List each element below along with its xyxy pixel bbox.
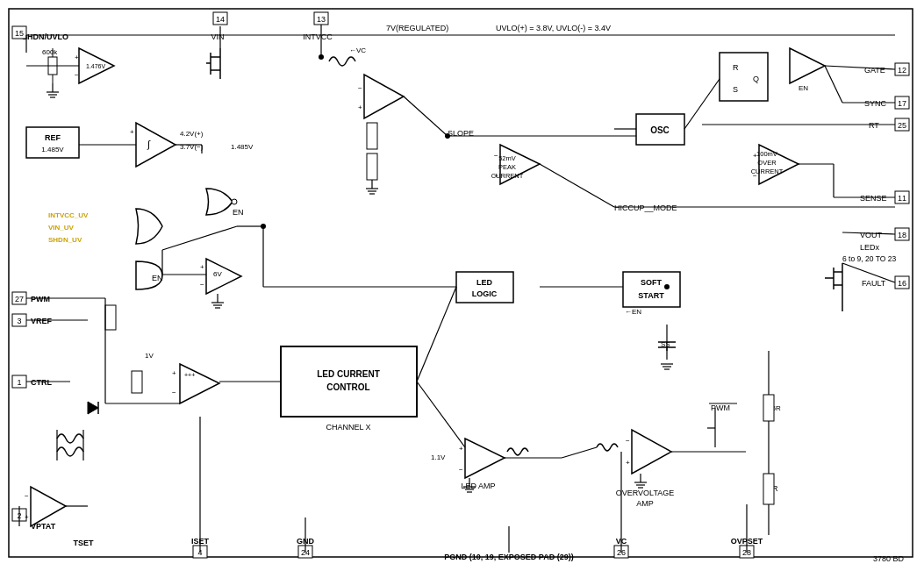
channel-x-label: CHANNEL X [326,423,370,432]
en-ss-label: ←EN [625,308,641,316]
comp-ct-plus: + [358,103,362,111]
svg-line-46 [417,382,465,447]
vc-label-top: ←VC [349,46,366,54]
r600k-label: 600k [42,48,58,56]
cc-hash: +++ [184,372,195,378]
v42-label: 4.2V(+) [180,130,204,138]
vref-res [105,305,116,330]
junction1 [261,224,266,229]
pgnd-label: PGND (10, 19, EXPOSED PAD (29)) [444,553,573,561]
s-label: S [733,85,738,94]
output-amp [790,48,825,83]
nor-bubble [232,199,237,204]
pin-18: 18 [898,231,906,239]
buf-plus: + [200,263,204,271]
led-cc-label2: CONTROL [326,382,369,392]
ledx-pins-label: 6 to 9, 20 TO 23 [842,254,896,263]
v1-1v-label: 1.1V [431,453,446,461]
svg-line-108 [162,226,237,250]
pin-15: 15 [15,29,24,38]
v1476-label: 1.476V [86,63,106,69]
ctrl-res [132,371,142,393]
current2-label: CURRENT [751,168,784,175]
comp-center-top [364,75,404,118]
pin-25: 25 [898,121,906,130]
res-center1 [367,123,377,149]
pin-1: 1 [17,378,21,387]
ledx-label: LEDx [860,243,880,252]
pin-27: 27 [15,295,24,303]
ovv-amp-label2: AMP [636,499,654,508]
r-bottom-symbol [763,474,774,504]
rt-label: RT [869,121,879,130]
52mv-label: 52mV [498,154,516,162]
vout-label: VOUT [860,231,883,239]
res-center2 [367,153,377,180]
v37-label: 3.7V(−) [180,143,204,151]
junction3 [319,54,324,60]
int-plus: + [130,128,134,136]
vp-plus: + [25,513,29,521]
regulated-label: 7V(REGULATED) [386,24,448,32]
gate-label: GATE [864,66,885,75]
pin-11: 11 [898,194,906,203]
intv-cc-uv-label: INTVCC_UV [48,211,89,219]
comp-minus: − [75,71,79,79]
over-label: OVER [757,159,777,167]
cc-minus: − [172,389,176,396]
r-label: R [733,63,739,72]
vp-minus: − [25,492,29,500]
buf-minus: − [200,281,204,289]
part-number: 3780 BD [873,554,905,563]
la-minus: − [459,466,463,474]
svg-line-34 [825,66,842,103]
pin-13: 13 [317,15,326,24]
vin-uv-label: VIN_UV [48,224,75,232]
intv-cc-label: INTVCC [303,32,333,41]
v1v-label: 1V [145,352,154,360]
junction4 [664,284,670,289]
comp-ct-minus: − [358,84,362,92]
vin-area [213,39,235,83]
junction2 [445,133,450,139]
ovv-amp-label1: OVERVOLTAGE [616,489,675,497]
tset-label: TSET [73,539,94,547]
en-label-1: EN [233,208,244,217]
inductor1 [329,57,355,66]
ctrl-diode [88,402,98,414]
en-gate-label: EN [799,84,808,92]
en-label-2: EN [152,274,163,282]
q-label: Q [753,75,759,83]
sense-label: SENSE [860,194,887,203]
pin-16: 16 [898,279,906,288]
100mv-label: 100mV [756,150,777,158]
current-label: CURRENT [491,172,524,180]
svg-line-45 [417,287,456,382]
osc-label: OSC [650,125,670,135]
svg-line-49 [540,164,614,207]
vptat-comp [31,487,66,526]
v1485-label: 1.485V [231,143,254,151]
soft-start-block [623,272,680,307]
soft-start-label1: SOFT [641,278,663,287]
led-logic-label2: LOGIC [472,289,498,298]
ref-voltage: 1.485V [41,146,64,153]
ref-label: REF [45,133,61,142]
or-gate [136,209,162,244]
la-plus: + [459,445,463,453]
svg-line-100 [562,447,597,458]
oa-plus: + [626,459,630,467]
inductor-vptat [57,434,83,443]
fault-label: FAULT [862,279,886,288]
diagram-container: 3780 BD SHDN/UVLO 15 14 VIN 13 INTVCC 7V… [0,0,924,571]
circuit-diagram: 3780 BD SHDN/UVLO 15 14 VIN 13 INTVCC 7V… [0,0,924,571]
svg-line-54 [684,79,720,129]
ctrl-pin-label: CTRL [31,378,52,387]
led-cc-label1: LED CURRENT [317,369,380,379]
led-amp-comp [465,439,505,478]
buffer1 [206,259,241,294]
soft-start-label2: START [638,291,664,300]
peak-label: PEAK [498,163,516,171]
pwm-internal-label: PWM [711,403,730,412]
oa-minus: − [626,437,630,445]
